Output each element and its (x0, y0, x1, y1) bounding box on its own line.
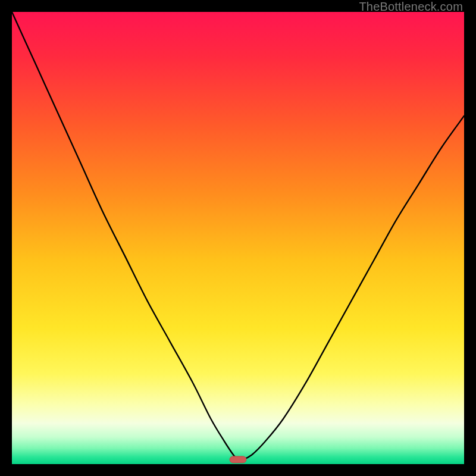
watermark-text: TheBottleneck.com (359, 0, 463, 14)
bottleneck-plot (12, 12, 464, 464)
gradient-background (12, 12, 464, 464)
optimum-marker (230, 456, 246, 463)
chart-container: TheBottleneck.com (0, 0, 476, 476)
plot-area (12, 12, 464, 464)
svg-rect-0 (230, 456, 246, 463)
